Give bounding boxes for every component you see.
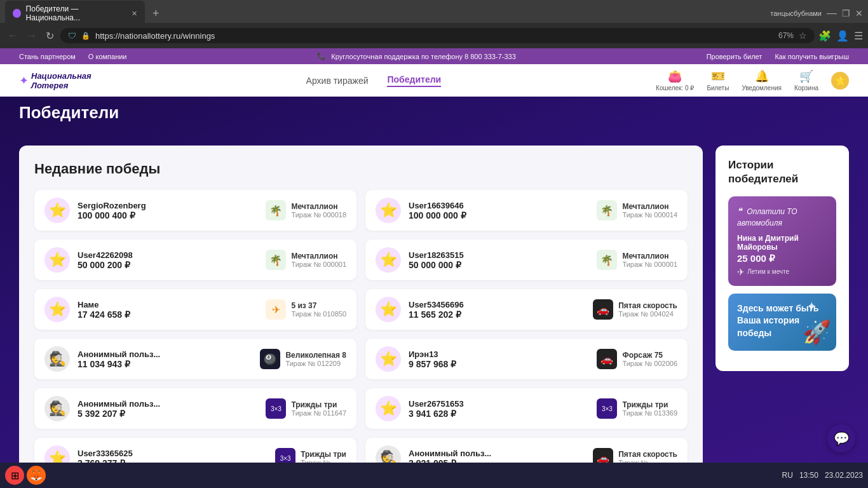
wins-panel-title: Недавние победы <box>34 161 688 177</box>
nav-links: Архив тиражей Победители <box>306 74 442 87</box>
rocket-icon: 🚀 <box>803 319 831 346</box>
star-deco-icon: ✦ <box>806 299 817 314</box>
bookmark-icon[interactable]: ☆ <box>799 30 807 41</box>
tickets-button[interactable]: 🎫 Билеты <box>707 69 729 92</box>
winner-amount: 17 424 658 ₽ <box>78 309 258 320</box>
lottery-name: Трижды три <box>622 400 677 409</box>
lottery-name: Мечталлион <box>291 252 346 261</box>
tab-favicon <box>13 9 21 18</box>
taskbar-sys: RU 13:50 23.02.2023 <box>782 471 863 480</box>
menu-button[interactable]: ☰ <box>854 30 863 42</box>
notifications-button[interactable]: 🔔 Уведомления <box>742 69 782 92</box>
winners-nav-link[interactable]: Победители <box>387 74 441 87</box>
address-bar[interactable]: 🛡 🔒 https://nationallottery.ru/winnings … <box>60 28 815 43</box>
winner-info: User26751653 3 941 628 ₽ <box>409 399 589 419</box>
lottery-icon: 🚗 <box>597 349 617 369</box>
winner-name: User18263515 <box>409 250 589 260</box>
forward-button[interactable]: → <box>24 29 39 43</box>
winner-name: Анонимный польз... <box>409 449 585 458</box>
story1-tag: ✈ Летим к мечте <box>737 267 827 277</box>
lottery-details: 5 из 37 Тираж № 010850 <box>291 301 346 318</box>
lottery-details: Мечталлион Тираж № 000001 <box>622 252 677 268</box>
user-avatar[interactable]: 🌟 <box>831 72 849 90</box>
browser-action-buttons: 🧩 👤 ☰ <box>818 30 863 42</box>
lottery-name: Мечталлион <box>291 202 346 211</box>
winner-card[interactable]: 🕵 Анонимный польз... 11 034 943 ₽ 🎱 Вели… <box>34 339 356 379</box>
lottery-details: Трижды три Тираж № 011647 <box>291 400 346 417</box>
profile-button[interactable]: 👤 <box>836 30 849 42</box>
chat-button[interactable]: 💬 <box>827 424 855 452</box>
bell-icon: 🔔 <box>755 69 769 83</box>
winner-card[interactable]: ⭐ SergioRozenberg 100 000 400 ₽ 🌴 Мечтал… <box>34 190 356 231</box>
page-title: Победители <box>0 97 868 123</box>
winner-amount: 11 034 943 ₽ <box>78 359 252 369</box>
winner-avatar: ⭐ <box>376 346 401 372</box>
lottery-details: Великолепная 8 Тираж № 012209 <box>285 351 346 367</box>
lock-icon: 🔒 <box>81 32 90 40</box>
winner-amount: 50 000 200 ₽ <box>78 260 258 270</box>
winner-avatar: ⭐ <box>44 247 70 273</box>
back-button[interactable]: ← <box>5 29 20 43</box>
lottery-name: Трижды три <box>291 400 346 409</box>
lottery-name: 5 из 37 <box>291 301 346 310</box>
nav-right: 👛 Кошелек: 0 ₽ 🎫 Билеты 🔔 Уведомления 🛒 … <box>656 69 849 92</box>
winner-card[interactable]: 🕵 Анонимный польз... 5 392 207 ₽ 3×3 Три… <box>34 388 356 429</box>
story-card-2[interactable]: ✦ Здесь может быть Ваша история победы 🚀 <box>728 294 836 351</box>
reload-button[interactable]: ↻ <box>43 29 57 43</box>
close-window-icon[interactable]: ✕ <box>855 8 863 18</box>
lottery-icon: 🌴 <box>597 250 617 270</box>
winner-info: Наме 17 424 658 ₽ <box>78 300 258 320</box>
wallet-button[interactable]: 👛 Кошелек: 0 ₽ <box>656 69 694 92</box>
winner-name: User33365625 <box>78 449 268 458</box>
minimize-icon[interactable]: — <box>827 8 837 19</box>
tab-close-button[interactable]: ✕ <box>132 10 137 18</box>
archive-nav-link[interactable]: Архив тиражей <box>306 76 369 86</box>
lottery-draw: Тираж № 002006 <box>622 360 677 367</box>
winner-name: Ирэн13 <box>409 349 589 359</box>
winner-card[interactable]: ⭐ User16639646 100 000 000 ₽ 🌴 Мечталлио… <box>365 190 688 231</box>
winner-info: User53456696 11 565 202 ₽ <box>409 300 585 320</box>
cart-button[interactable]: 🛒 Корзина <box>794 69 818 92</box>
taskbar-lang: RU <box>782 471 793 480</box>
maximize-icon[interactable]: ❐ <box>842 8 850 18</box>
lottery-icon: 3×3 <box>597 398 617 419</box>
lottery-name: Пятая скорость <box>618 450 677 459</box>
sidebar-title: Истории победителей <box>728 158 836 186</box>
winner-avatar: 🕵 <box>44 346 70 372</box>
lottery-details: Форсаж 75 Тираж № 002006 <box>622 351 677 367</box>
start-button[interactable]: ⊞ <box>5 466 24 485</box>
story-card-1[interactable]: ❝ Оплатили ТО автомобиля Нина и Дмитрий … <box>728 196 836 285</box>
partner-link[interactable]: Стань партнером <box>19 53 76 60</box>
taskbar-time: 13:50 <box>799 471 818 480</box>
lottery-name: Мечталлион <box>622 202 677 211</box>
page-content: Недавние победы ⭐ SergioRozenberg 100 00… <box>0 133 868 488</box>
check-ticket-link[interactable]: Проверить билет <box>707 53 763 60</box>
about-link[interactable]: О компании <box>88 53 127 60</box>
lottery-icon: 🚗 <box>593 299 613 320</box>
active-tab[interactable]: Победители — Национальна... ✕ <box>5 1 145 26</box>
winner-amount: 11 565 202 ₽ <box>409 309 585 320</box>
winner-lottery: 🌴 Мечталлион Тираж № 000018 <box>266 200 346 220</box>
new-tab-button[interactable]: + <box>149 6 163 20</box>
winner-card[interactable]: ⭐ Ирэн13 9 857 968 ₽ 🚗 Форсаж 75 Тираж №… <box>365 339 688 379</box>
winner-card[interactable]: ⭐ User26751653 3 941 628 ₽ 3×3 Трижды тр… <box>365 388 688 429</box>
lottery-details: Мечталлион Тираж № 000014 <box>622 202 677 219</box>
winner-lottery: 🎱 Великолепная 8 Тираж № 012209 <box>260 349 346 369</box>
winner-card[interactable]: ⭐ Наме 17 424 658 ₽ ✈ 5 из 37 Тираж № 01… <box>34 289 356 330</box>
logo-text: НациональнаяЛотерея <box>31 71 92 90</box>
lottery-name: Великолепная 8 <box>285 351 346 360</box>
lottery-draw: Тираж № 004024 <box>618 310 677 318</box>
winner-name: User16639646 <box>409 201 589 210</box>
winner-card[interactable]: ⭐ User53456696 11 565 202 ₽ 🚗 Пятая скор… <box>365 289 688 330</box>
winner-avatar: ⭐ <box>376 198 401 223</box>
winner-card[interactable]: ⭐ User42262098 50 000 200 ₽ 🌴 Мечталлион… <box>34 240 356 280</box>
browser-toolbar: ← → ↻ 🛡 🔒 https://nationallottery.ru/win… <box>0 23 868 48</box>
extensions-button[interactable]: 🧩 <box>818 30 831 42</box>
lottery-icon: 3×3 <box>266 398 286 419</box>
winner-card[interactable]: ⭐ User18263515 50 000 000 ₽ 🌴 Мечталлион… <box>365 240 688 280</box>
firefox-button[interactable]: 🦊 <box>27 466 46 485</box>
winner-avatar: ⭐ <box>376 297 401 322</box>
story1-name: Нина и Дмитрий Майоровы <box>737 234 827 252</box>
winner-lottery: 🌴 Мечталлион Тираж № 000001 <box>597 250 677 270</box>
how-to-win-link[interactable]: Как получить выигрыш <box>775 53 849 60</box>
